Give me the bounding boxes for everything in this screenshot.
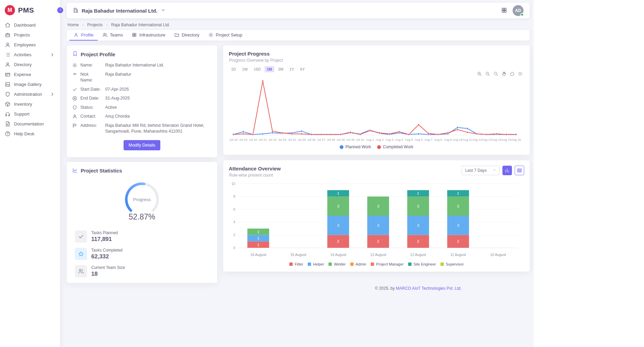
data-point[interactable] xyxy=(340,134,341,135)
data-point[interactable] xyxy=(242,131,244,133)
data-point[interactable] xyxy=(291,133,293,135)
progress-chart-legend: Planned WorkCompleted Work xyxy=(229,145,524,149)
tab-infrastructure[interactable]: Infrastructure xyxy=(128,30,170,41)
legend-item-supervisor[interactable]: Supervisor xyxy=(440,262,464,266)
sidebar-item-expense[interactable]: Expense xyxy=(0,70,60,79)
data-point[interactable] xyxy=(447,132,449,134)
data-point[interactable] xyxy=(320,134,322,135)
legend-item-helper[interactable]: Helper xyxy=(308,262,324,266)
data-point[interactable] xyxy=(252,134,254,135)
sidebar-item-label: Directory xyxy=(14,62,55,67)
data-point[interactable] xyxy=(437,134,439,135)
data-point[interactable] xyxy=(398,131,400,133)
tab-directory[interactable]: Directory xyxy=(170,30,204,41)
legend-item-completed-work[interactable]: Completed Work xyxy=(377,145,413,149)
legend-item-planned-work[interactable]: Planned Work xyxy=(340,145,371,149)
range-button-1m[interactable]: 1M xyxy=(264,66,274,72)
toolbar-hand-button[interactable] xyxy=(501,71,506,76)
data-point[interactable] xyxy=(408,134,410,135)
data-point[interactable] xyxy=(379,132,381,134)
attendance-chart-legend: FitterHelperWelderAdminProject ManagerSi… xyxy=(229,262,524,266)
sidebar-item-image-gallery[interactable]: Image Gallery xyxy=(0,79,60,89)
data-point[interactable] xyxy=(272,130,273,132)
stat-value: 117,891 xyxy=(91,236,118,243)
data-point[interactable] xyxy=(388,133,390,135)
toolbar-zoom-out-button[interactable] xyxy=(485,71,490,76)
data-point[interactable] xyxy=(262,80,263,82)
sidebar-item-inventory[interactable]: Inventory xyxy=(0,99,60,109)
toolbar-home-button[interactable] xyxy=(510,71,515,76)
range-button-3m[interactable]: 3M xyxy=(276,66,286,72)
sidebar-item-administration[interactable]: Administration xyxy=(0,89,60,99)
data-point[interactable] xyxy=(486,134,487,135)
data-point[interactable] xyxy=(310,134,312,135)
toolbar-zoom-in-button[interactable] xyxy=(477,71,482,76)
toolbar-menu-button[interactable] xyxy=(518,71,523,76)
data-point[interactable] xyxy=(457,126,458,128)
apps-grid-button[interactable] xyxy=(501,7,507,14)
company-selector[interactable]: Raja Bahadur International Ltd. xyxy=(73,7,166,14)
tab-profile[interactable]: Profile xyxy=(69,30,98,41)
gear-icon xyxy=(208,32,213,37)
user-avatar[interactable]: AD xyxy=(513,5,524,16)
data-point[interactable] xyxy=(476,133,478,135)
legend-item-fitter[interactable]: Fitter xyxy=(289,262,303,266)
sidebar-item-dashboard[interactable]: Dashboard xyxy=(0,20,60,30)
data-point[interactable] xyxy=(515,134,517,135)
data-point[interactable] xyxy=(418,133,419,135)
attendance-card-title-row: Attendance Overview xyxy=(229,166,281,171)
range-button-1y[interactable]: 1Y xyxy=(287,66,296,72)
tab-teams[interactable]: Teams xyxy=(98,30,127,41)
breadcrumb-item-home[interactable]: Home xyxy=(67,22,79,27)
brand-logo[interactable]: M PMS xyxy=(0,0,60,19)
footer-company-link[interactable]: MARCO AIoT Technologies Pvt. Ltd. xyxy=(396,286,462,291)
data-point[interactable] xyxy=(232,134,234,135)
sidebar-collapse-button[interactable] xyxy=(57,6,64,14)
data-point[interactable] xyxy=(418,124,419,125)
data-point[interactable] xyxy=(496,133,497,135)
data-point[interactable] xyxy=(301,133,303,135)
data-point[interactable] xyxy=(369,130,371,132)
data-point[interactable] xyxy=(466,131,468,133)
chart-view-button[interactable] xyxy=(502,166,512,175)
sidebar-item-directory[interactable]: Directory xyxy=(0,60,60,70)
x-tick-label: Aug 3 xyxy=(385,138,393,141)
table-view-button[interactable] xyxy=(515,166,524,175)
data-point[interactable] xyxy=(505,134,507,135)
legend-item-admin[interactable]: Admin xyxy=(350,262,366,266)
range-button-1w[interactable]: 1W xyxy=(240,66,250,72)
breadcrumb-item-projects[interactable]: Projects xyxy=(87,22,102,27)
data-point[interactable] xyxy=(466,127,468,129)
range-button-1d[interactable]: 1D xyxy=(229,66,238,72)
data-point[interactable] xyxy=(262,133,263,135)
sidebar-item-employees[interactable]: Employees xyxy=(0,40,60,50)
data-point[interactable] xyxy=(457,129,458,131)
sidebar-item-documentation[interactable]: Documentation xyxy=(0,119,60,129)
data-point[interactable] xyxy=(242,133,244,135)
stat-texts: Current Team Size18 xyxy=(91,265,125,277)
data-point[interactable] xyxy=(428,133,429,134)
stat-value: 18 xyxy=(91,271,125,277)
data-point[interactable] xyxy=(301,130,303,132)
attendance-range-select[interactable]: Last 7 Days xyxy=(462,166,500,175)
legend-swatch xyxy=(350,262,354,266)
data-point[interactable] xyxy=(281,132,283,134)
range-button-5y[interactable]: 5Y xyxy=(298,66,307,72)
legend-item-welder[interactable]: Welder xyxy=(328,262,346,266)
data-point[interactable] xyxy=(350,131,351,133)
modify-details-button[interactable]: Modify Details xyxy=(124,140,161,150)
sidebar-item-support[interactable]: Support xyxy=(0,109,60,119)
sidebar-item-activities[interactable]: Activities xyxy=(0,50,60,60)
sidebar-item-projects[interactable]: Projects xyxy=(0,30,60,40)
toolbar-search-button[interactable] xyxy=(493,71,498,76)
data-point[interactable] xyxy=(330,134,332,135)
tab-project-setup[interactable]: Project Setup xyxy=(204,30,246,41)
legend-item-project-manager[interactable]: Project Manager xyxy=(371,262,404,266)
attendance-chart[interactable]: 024681016 August11115 August14 August233… xyxy=(229,180,521,261)
range-button-15d[interactable]: 15D xyxy=(252,66,263,72)
progress-chart[interactable]: Jul 18Jul 19Jul 20Jul 21Jul 22Jul 23Jul … xyxy=(229,75,521,144)
legend-item-site-engineer[interactable]: Site Engineer xyxy=(408,262,436,266)
data-point[interactable] xyxy=(359,134,361,135)
briefcase-icon xyxy=(5,32,11,38)
sidebar-item-help-desk[interactable]: Help Desk xyxy=(0,129,60,139)
